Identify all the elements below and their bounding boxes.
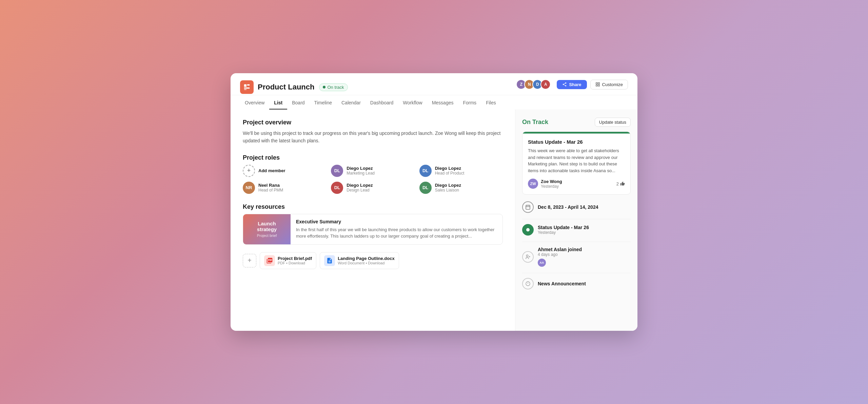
role-avatar: NR xyxy=(243,182,255,194)
tabs-bar: Overview List Board Timeline Calendar Da… xyxy=(231,97,637,109)
tab-calendar[interactable]: Calendar xyxy=(337,97,366,109)
user-joined-info: Ahmet Aslan joined 4 days ago AA xyxy=(538,247,582,267)
tab-timeline[interactable]: Timeline xyxy=(310,97,337,109)
header-right: Z N D A Share Customize xyxy=(516,79,628,89)
role-name: Neel Rana xyxy=(258,183,283,188)
tab-dashboard[interactable]: Dashboard xyxy=(366,97,398,109)
resource-text: In the first half of this year we will b… xyxy=(296,226,497,240)
role-title: Head of Product xyxy=(435,171,465,176)
key-resources-title: Key resources xyxy=(243,203,503,210)
role-info: Diego Lopez Design Lead xyxy=(347,183,373,193)
role-item: DL Diego Lopez Design Lead xyxy=(331,182,414,194)
status-badge: On track xyxy=(319,83,348,91)
add-member-item[interactable]: + Add member xyxy=(243,165,326,177)
status-card-title: Status Update - Mar 26 xyxy=(528,139,625,145)
divider xyxy=(522,219,631,219)
role-info: Diego Lopez Marketing Lead xyxy=(347,166,375,176)
status-update-title: Status Update - Mar 26 xyxy=(538,225,589,230)
on-track-label: On Track xyxy=(522,119,548,126)
tab-files[interactable]: Files xyxy=(481,97,501,109)
add-member-label-container: Add member xyxy=(258,168,285,173)
timeline-user-joined: Ahmet Aslan joined 4 days ago AA xyxy=(522,247,631,267)
role-name: Diego Lopez xyxy=(347,183,373,188)
tab-messages[interactable]: Messages xyxy=(427,97,458,109)
tab-workflow[interactable]: Workflow xyxy=(398,97,427,109)
status-user-info: Zoe Wong Yesterday xyxy=(541,179,562,189)
status-card-text: This week we were able to get all stakeh… xyxy=(528,147,625,174)
svg-point-12 xyxy=(526,255,528,257)
news-icon xyxy=(522,278,534,289)
role-item: DL Diego Lopez Head of Product xyxy=(419,165,503,177)
tab-overview[interactable]: Overview xyxy=(240,97,269,109)
resource-desc: Executive Summary In the first half of t… xyxy=(291,214,502,244)
resources-grid: Launch strategy Project brief Executive … xyxy=(243,214,503,269)
svg-rect-0 xyxy=(244,84,246,87)
pdf-icon xyxy=(264,255,275,266)
role-title: Design Lead xyxy=(347,188,373,193)
news-title: News Announcement xyxy=(538,281,586,286)
file-item-pdf[interactable]: Project Brief.pdf PDF • Download xyxy=(260,252,316,269)
resource-preview-title: Launch strategy xyxy=(249,221,285,232)
status-label: On track xyxy=(327,85,344,90)
project-overview-text: We'll be using this project to track our… xyxy=(243,129,503,145)
file-meta-pdf: PDF • Download xyxy=(278,261,312,265)
status-card-body: Status Update - Mar 26 This week we were… xyxy=(522,134,630,194)
joined-user-avatar: AA xyxy=(538,259,546,267)
roles-grid: + Add member DL Diego Lopez Marketing Le… xyxy=(243,165,503,194)
file-info-pdf: Project Brief.pdf PDF • Download xyxy=(278,256,312,265)
add-member-label: Add member xyxy=(258,168,285,173)
resource-name: Executive Summary xyxy=(296,219,497,224)
divider xyxy=(522,242,631,242)
status-update-sub: Yesterday xyxy=(538,230,589,235)
share-label: Share xyxy=(569,82,581,87)
header: Product Launch On track Z N D A Share Cu… xyxy=(231,73,637,95)
project-title: Product Launch xyxy=(258,83,314,92)
date-range-info: Dec 8, 2023 - April 14, 2024 xyxy=(538,204,598,210)
news-info: News Announcement xyxy=(538,281,586,286)
tab-list[interactable]: List xyxy=(269,97,287,109)
likes-count: 2 xyxy=(616,181,619,186)
file-row: + Project Brief.pdf PDF • Download xyxy=(243,252,503,269)
role-avatar: DL xyxy=(419,165,432,177)
status-user-avatar: ZW xyxy=(528,179,538,189)
project-roles-title: Project roles xyxy=(243,154,503,161)
svg-rect-8 xyxy=(526,205,530,209)
status-update-info: Status Update - Mar 26 Yesterday xyxy=(538,225,589,235)
resource-preview: Launch strategy Project brief xyxy=(243,214,291,244)
update-status-button[interactable]: Update status xyxy=(595,118,631,127)
share-button[interactable]: Share xyxy=(557,80,587,89)
role-name: Diego Lopez xyxy=(435,183,461,188)
app-container: Product Launch On track Z N D A Share Cu… xyxy=(231,73,637,331)
main-content: Project overview We'll be using this pro… xyxy=(231,109,637,331)
file-name-doc: Landing Page Outline.docx xyxy=(338,256,395,261)
right-header: On Track Update status xyxy=(522,118,631,127)
role-avatar: DL xyxy=(331,165,343,177)
user-join-icon xyxy=(522,251,534,263)
svg-rect-1 xyxy=(247,84,250,86)
resource-card[interactable]: Launch strategy Project brief Executive … xyxy=(243,214,503,245)
file-item-doc[interactable]: Landing Page Outline.docx Word Document … xyxy=(320,252,399,269)
role-item: DL Diego Lopez Sales Liaison xyxy=(419,182,503,194)
status-dot xyxy=(323,86,326,88)
role-name: Diego Lopez xyxy=(347,166,375,171)
tab-forms[interactable]: Forms xyxy=(458,97,481,109)
role-avatar: DL xyxy=(331,182,343,194)
right-panel: On Track Update status Status Update - M… xyxy=(515,109,637,331)
role-name: Diego Lopez xyxy=(435,166,465,171)
timeline-status-update: Status Update - Mar 26 Yesterday xyxy=(522,224,631,236)
user-joined-sub: 4 days ago xyxy=(538,252,582,257)
date-range-label: Dec 8, 2023 - April 14, 2024 xyxy=(538,204,598,210)
left-panel: Project overview We'll be using this pro… xyxy=(231,109,515,331)
role-info: Diego Lopez Head of Product xyxy=(435,166,465,176)
avatar-group: Z N D A xyxy=(516,79,551,89)
status-card-user: ZW Zoe Wong Yesterday xyxy=(528,179,562,189)
header-left: Product Launch On track xyxy=(240,80,516,94)
tab-board[interactable]: Board xyxy=(287,97,309,109)
svg-rect-4 xyxy=(596,83,597,84)
customize-button[interactable]: Customize xyxy=(590,80,628,89)
add-file-button[interactable]: + xyxy=(243,254,256,267)
doc-icon xyxy=(324,255,335,266)
role-title: Marketing Lead xyxy=(347,171,375,176)
file-name-pdf: Project Brief.pdf xyxy=(278,256,312,261)
status-likes: 2 xyxy=(616,181,625,186)
